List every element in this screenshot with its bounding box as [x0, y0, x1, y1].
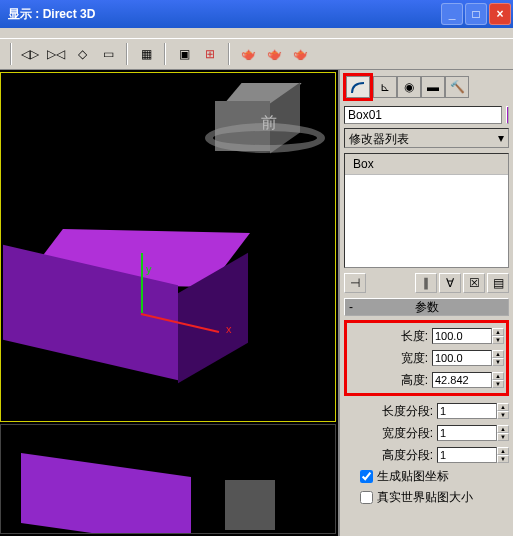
teapot3-icon[interactable]: 🫖: [288, 42, 312, 66]
wsegs-input[interactable]: [437, 425, 497, 441]
width-input[interactable]: [432, 350, 492, 366]
tab-motion[interactable]: ◉: [397, 76, 421, 98]
height-label: 高度:: [368, 372, 428, 389]
real-world-label: 真实世界贴图大小: [377, 489, 473, 506]
gen-map-checkbox[interactable]: [360, 470, 373, 483]
hsegs-input[interactable]: [437, 447, 497, 463]
lsegs-label: 长度分段:: [373, 403, 433, 420]
configure-button[interactable]: ▤: [487, 273, 509, 293]
make-unique-button[interactable]: ∀: [439, 273, 461, 293]
width-spin-up[interactable]: ▲: [492, 350, 504, 358]
window-buttons: _ □ ×: [441, 3, 511, 25]
modifier-list-label: 修改器列表: [349, 131, 409, 145]
viewport-secondary[interactable]: [0, 424, 336, 534]
gen-map-label: 生成贴图坐标: [377, 468, 449, 485]
viewport-area: 前 y x: [0, 70, 338, 536]
display-icon: ▬: [427, 80, 439, 94]
length-label: 长度:: [368, 328, 428, 345]
main-toolbar: ◁▷ ▷◁ ◇ ▭ ▦ ▣ ⊞ 🫖 🫖 🫖: [0, 38, 513, 70]
teapot1-icon[interactable]: 🫖: [236, 42, 260, 66]
hsegs-label: 高度分段:: [373, 447, 433, 464]
lsegs-input[interactable]: [437, 403, 497, 419]
highlight-modify-tab: [343, 73, 373, 101]
frame-icon[interactable]: ▣: [172, 42, 196, 66]
maximize-button[interactable]: □: [465, 3, 487, 25]
hierarchy-icon: ⊾: [380, 80, 390, 94]
length-spin-down[interactable]: ▼: [492, 336, 504, 344]
window-title: 显示 : Direct 3D: [8, 6, 95, 23]
stack-item-box[interactable]: Box: [345, 154, 508, 175]
height-spin-up[interactable]: ▲: [492, 372, 504, 380]
viewport-perspective[interactable]: 前 y x: [0, 72, 336, 422]
real-world-checkbox[interactable]: [360, 491, 373, 504]
menu-bar: [0, 28, 513, 38]
highlight-dimensions: 长度: ▲▼ 宽度: ▲▼ 高度: ▲▼: [344, 320, 509, 396]
utilities-icon: 🔨: [450, 80, 465, 94]
tab-display[interactable]: ▬: [421, 76, 445, 98]
object-color-swatch[interactable]: [506, 106, 509, 124]
height-spin-down[interactable]: ▼: [492, 380, 504, 388]
rollout-title: 参数: [415, 299, 439, 316]
width-label: 宽度:: [368, 350, 428, 367]
wsegs-spin-down[interactable]: ▼: [497, 433, 509, 441]
axis-y-label: y: [146, 263, 152, 275]
wsegs-spin-up[interactable]: ▲: [497, 425, 509, 433]
collapse-icon: -: [349, 300, 353, 314]
motion-icon: ◉: [404, 80, 414, 94]
hsegs-spin-down[interactable]: ▼: [497, 455, 509, 463]
show-end-button[interactable]: ∥: [415, 273, 437, 293]
nav-prev-icon[interactable]: ◁▷: [18, 42, 42, 66]
axis-x-label: x: [226, 323, 232, 335]
tab-hierarchy[interactable]: ⊾: [373, 76, 397, 98]
minimize-button[interactable]: _: [441, 3, 463, 25]
width-spin-down[interactable]: ▼: [492, 358, 504, 366]
close-button[interactable]: ×: [489, 3, 511, 25]
dropdown-icon: ▾: [498, 131, 504, 145]
teapot2-icon[interactable]: 🫖: [262, 42, 286, 66]
viewcube-label: 前: [261, 113, 277, 134]
pin-stack-button[interactable]: ⊣: [344, 273, 366, 293]
object-name-field[interactable]: [344, 106, 502, 124]
rollout-header-params[interactable]: - 参数: [344, 298, 509, 316]
window-titlebar: 显示 : Direct 3D _ □ ×: [0, 0, 513, 28]
lsegs-spin-down[interactable]: ▼: [497, 411, 509, 419]
stack-toolbar: ⊣ ∥ ∀ ☒ ▤: [340, 271, 513, 295]
height-input[interactable]: [432, 372, 492, 388]
eraser-icon[interactable]: ◇: [70, 42, 94, 66]
modifier-stack[interactable]: Box: [344, 153, 509, 268]
tab-utilities[interactable]: 🔨: [445, 76, 469, 98]
length-input[interactable]: [432, 328, 492, 344]
remove-mod-button[interactable]: ☒: [463, 273, 485, 293]
command-panel: ⊾ ◉ ▬ 🔨 修改器列表 ▾ Box ⊣ ∥ ∀ ☒ ▤ -: [338, 70, 513, 536]
hsegs-spin-up[interactable]: ▲: [497, 447, 509, 455]
table-icon[interactable]: ▦: [134, 42, 158, 66]
wsegs-label: 宽度分段:: [373, 425, 433, 442]
tab-modify[interactable]: [346, 76, 370, 98]
modifier-list-dropdown[interactable]: 修改器列表 ▾: [344, 128, 509, 148]
box-icon[interactable]: ▭: [96, 42, 120, 66]
lsegs-spin-up[interactable]: ▲: [497, 403, 509, 411]
palette-icon[interactable]: ⊞: [198, 42, 222, 66]
length-spin-up[interactable]: ▲: [492, 328, 504, 336]
nav-next-icon[interactable]: ▷◁: [44, 42, 68, 66]
